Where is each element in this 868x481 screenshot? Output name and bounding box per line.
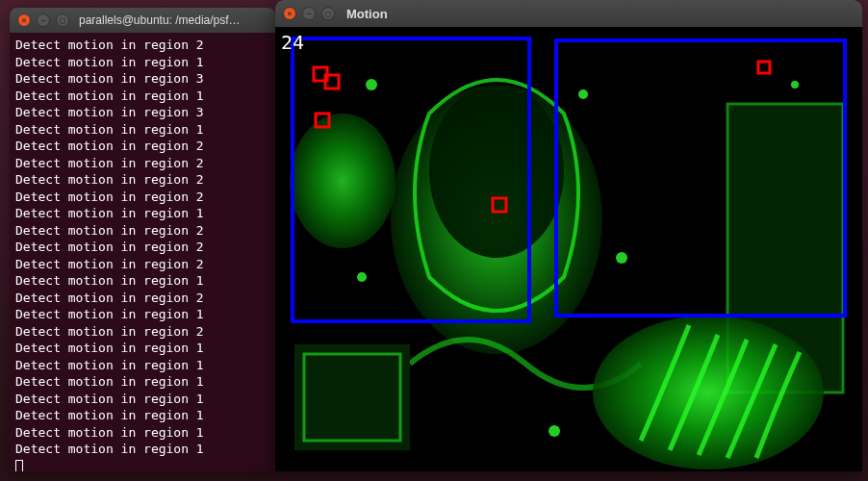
terminal-line: Detect motion in region 1 (15, 441, 269, 458)
terminal-line: Detect motion in region 1 (15, 391, 269, 408)
terminal-line: Detect motion in region 1 (15, 373, 269, 391)
minimize-icon[interactable]: − (302, 7, 316, 20)
terminal-line: Detect motion in region 1 (15, 340, 269, 357)
terminal-line: Detect motion in region 2 (15, 239, 269, 256)
terminal-line: Detect motion in region 2 (15, 256, 269, 273)
detection-box (758, 62, 770, 73)
terminal-line: Detect motion in region 1 (15, 306, 269, 323)
detection-box (316, 114, 329, 127)
terminal-line: Detect motion in region 1 (15, 424, 269, 442)
motion-title: Motion (346, 7, 388, 21)
terminal-line: Detect motion in region 2 (15, 189, 269, 206)
terminal-line: Detect motion in region 1 (15, 407, 269, 424)
maximize-icon[interactable]: ▢ (56, 13, 69, 27)
terminal-line: Detect motion in region 3 (15, 104, 269, 121)
terminal-titlebar[interactable]: × − ▢ parallels@ubuntu: /media/psf… (10, 8, 275, 33)
terminal-line: Detect motion in region 1 (15, 205, 269, 222)
motion-canvas: 24 (275, 27, 862, 471)
close-icon[interactable]: × (283, 7, 296, 20)
terminal-line: Detect motion in region 1 (15, 357, 269, 374)
terminal-line: Detect motion in region 2 (15, 37, 269, 54)
detection-region (556, 40, 845, 316)
motion-titlebar[interactable]: × − ▢ Motion (275, 0, 862, 27)
terminal-line: Detect motion in region 2 (15, 290, 269, 307)
terminal-line: Detect motion in region 2 (15, 155, 269, 172)
terminal-line: Detect motion in region 2 (15, 138, 269, 155)
terminal-output[interactable]: Detect motion in region 2Detect motion i… (10, 33, 275, 471)
maximize-icon[interactable]: ▢ (321, 7, 335, 20)
motion-overlay (275, 27, 862, 471)
terminal-line: Detect motion in region 1 (15, 88, 269, 105)
frame-counter: 24 (281, 31, 304, 54)
detection-box (493, 198, 506, 212)
terminal-line: Detect motion in region 1 (15, 272, 269, 290)
motion-window: × − ▢ Motion (275, 0, 862, 471)
terminal-line: Detect motion in region 2 (15, 222, 269, 240)
terminal-cursor (15, 460, 23, 472)
terminal-line: Detect motion in region 2 (15, 323, 269, 341)
terminal-line: Detect motion in region 1 (15, 121, 269, 139)
terminal-line: Detect motion in region 1 (15, 54, 269, 71)
terminal-title: parallels@ubuntu: /media/psf… (79, 13, 241, 27)
minimize-icon[interactable]: − (37, 13, 50, 27)
terminal-line: Detect motion in region 2 (15, 171, 269, 189)
terminal-window: × − ▢ parallels@ubuntu: /media/psf… Dete… (10, 8, 275, 471)
close-icon[interactable]: × (17, 13, 31, 27)
terminal-line: Detect motion in region 3 (15, 70, 269, 88)
